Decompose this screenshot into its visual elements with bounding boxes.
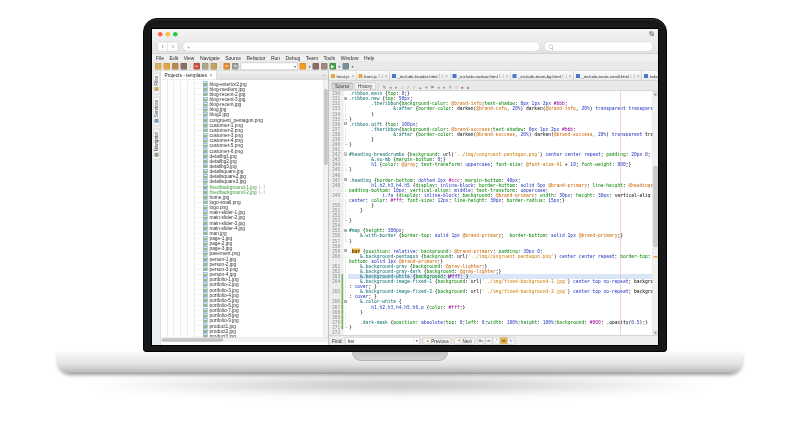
toggle-bookmark-icon[interactable]: ⚑: [429, 84, 435, 90]
dock-tab-files[interactable]: Files: [153, 73, 160, 94]
menu-item-edit[interactable]: Edit: [170, 55, 179, 61]
image-file-icon: [203, 102, 208, 107]
tree-vertical-scrollbar[interactable]: [324, 80, 329, 342]
editor-tab-front-js[interactable]: front.js×: [329, 71, 357, 81]
menu-item-debug[interactable]: Debug: [286, 55, 301, 61]
menu-item-window[interactable]: Window: [341, 55, 359, 61]
menu-item-tools[interactable]: Tools: [324, 55, 336, 61]
copy-icon[interactable]: [202, 63, 209, 70]
address-bar[interactable]: +: [183, 42, 541, 52]
configuration-combobox[interactable]: ▾: [241, 62, 298, 70]
code-line-272[interactable]: 272: [329, 330, 658, 335]
find-previous-button[interactable]: ▲ Previous: [423, 337, 452, 344]
stop-macro-icon[interactable]: ■: [465, 84, 471, 90]
minimize-window-button[interactable]: [166, 32, 171, 37]
image-file-icon: [203, 282, 208, 287]
start-macro-icon[interactable]: ●: [459, 84, 465, 90]
paste-icon[interactable]: [211, 63, 218, 70]
tree-horizontal-scrollbar[interactable]: [161, 338, 328, 343]
new-file-icon[interactable]: [155, 63, 162, 70]
wrap-search-toggle[interactable]: ↻: [507, 337, 515, 345]
browser-navbar: ‹› +: [152, 39, 658, 54]
editor-tab-front-js[interactable]: front.js[..]×: [357, 71, 390, 81]
undo-icon[interactable]: ↶: [224, 63, 231, 70]
zoom-window-button[interactable]: [173, 32, 178, 37]
editor-scrollbar[interactable]: ▲ ▼: [653, 91, 659, 335]
scrollbar-thumb[interactable]: [654, 166, 658, 247]
image-file-icon: [203, 318, 208, 323]
find-next-button[interactable]: ▼ Next: [454, 337, 475, 344]
editor-tab-include-team-bg-html[interactable]: _include-team-bg.html[..]×: [511, 71, 574, 81]
forward-icon[interactable]: ▸: [393, 84, 399, 90]
scroll-down-icon[interactable]: ▼: [653, 330, 658, 335]
set-configuration-icon[interactable]: [300, 63, 307, 70]
profile-project-icon[interactable]: [343, 63, 350, 70]
menu-item-navigate[interactable]: Navigate: [200, 55, 220, 61]
tab-label: front.js: [364, 73, 377, 78]
image-file-icon: [203, 303, 208, 308]
forward-button[interactable]: ›: [168, 42, 178, 51]
image-file-icon: [203, 313, 208, 318]
scroll-up-icon[interactable]: ▲: [653, 91, 658, 96]
cut-icon[interactable]: ✂: [194, 63, 201, 70]
highlight-results-toggle[interactable]: ab: [500, 337, 508, 345]
redo-icon[interactable]: ↷: [232, 63, 239, 70]
uncomment-icon[interactable]: ≡: [453, 84, 459, 90]
check-file-icon[interactable]: ✓: [405, 84, 411, 90]
scrollbar-thumb[interactable]: [325, 89, 328, 165]
find-selection-icon[interactable]: ○: [399, 84, 405, 90]
menu-item-help[interactable]: Help: [364, 55, 374, 61]
browser-search-field[interactable]: [544, 42, 653, 52]
close-window-button[interactable]: [158, 32, 163, 37]
clean-build-icon[interactable]: [321, 63, 328, 70]
build-project-icon[interactable]: [313, 63, 320, 70]
shift-left-icon[interactable]: ◂: [435, 84, 441, 90]
find-input[interactable]: bar ▾: [345, 337, 420, 345]
chevron-down-icon[interactable]: ▾: [414, 339, 418, 344]
tab-projects-templates[interactable]: Projects - templates ×: [161, 71, 216, 80]
validate-file-icon[interactable]: ✓: [411, 84, 417, 90]
history-view-button[interactable]: History: [355, 82, 376, 89]
back-icon[interactable]: ◂: [387, 84, 393, 90]
whole-words-toggle[interactable]: ab: [485, 337, 493, 345]
menu-item-run[interactable]: Run: [271, 55, 280, 61]
menu-item-view[interactable]: View: [184, 55, 195, 61]
editor-tab-include-header-html[interactable]: _include-header.html[..]×: [390, 71, 450, 81]
close-icon[interactable]: ×: [209, 73, 212, 79]
scrollbar-thumb[interactable]: [162, 339, 223, 342]
save-all-icon[interactable]: [181, 63, 188, 70]
image-file-icon: [203, 123, 208, 128]
open-project-icon[interactable]: [172, 63, 179, 70]
previous-bookmark-icon[interactable]: ▴: [417, 84, 423, 90]
editor-tab-include-navbar-html[interactable]: _include-navbar.html[..]×: [450, 71, 510, 81]
dock-tab-services[interactable]: Services: [153, 97, 160, 126]
close-tab-icon[interactable]: ×: [637, 73, 640, 78]
menu-item-source[interactable]: Source: [225, 55, 241, 61]
close-tab-icon[interactable]: ×: [385, 73, 388, 78]
menu-item-team[interactable]: Team: [306, 55, 318, 61]
shift-right-icon[interactable]: ▸: [441, 84, 447, 90]
editor-toolbar: Source History ✎◂▸○✓✓▴▾⚑◂▸≡≡●■: [329, 81, 658, 91]
new-project-icon[interactable]: [164, 63, 171, 70]
back-button[interactable]: ‹: [158, 42, 169, 51]
close-tab-icon[interactable]: ×: [506, 73, 509, 78]
editor-tab-index-html[interactable]: index.html[..]×: [642, 71, 658, 81]
close-tab-icon[interactable]: ×: [569, 73, 572, 78]
comment-icon[interactable]: ≡: [447, 84, 453, 90]
code-editor[interactable]: 230.ribbon.main {top: 0;}231.ribbon.new …: [329, 91, 658, 335]
match-case-toggle[interactable]: Aa: [477, 337, 485, 345]
menu-item-refactor[interactable]: Refactor: [247, 55, 266, 61]
source-view-button[interactable]: Source: [332, 82, 354, 89]
minimize-panel-icon[interactable]: –: [319, 71, 328, 80]
last-edit-icon[interactable]: ✎: [381, 84, 387, 90]
next-bookmark-icon[interactable]: ▾: [423, 84, 429, 90]
menu-item-file[interactable]: File: [156, 55, 164, 61]
run-project-icon[interactable]: ▶: [330, 63, 337, 70]
close-tab-icon[interactable]: ×: [445, 73, 448, 78]
editor-tab-include-team-small-html[interactable]: _include-team-small.html[..]×: [574, 71, 642, 81]
dock-tab-navigator[interactable]: Navigator: [153, 129, 160, 160]
image-file-icon: [203, 272, 208, 277]
regex-toggle[interactable]: .*: [492, 337, 500, 345]
fullscreen-icon[interactable]: [650, 32, 655, 37]
close-tab-icon[interactable]: ×: [351, 73, 354, 78]
